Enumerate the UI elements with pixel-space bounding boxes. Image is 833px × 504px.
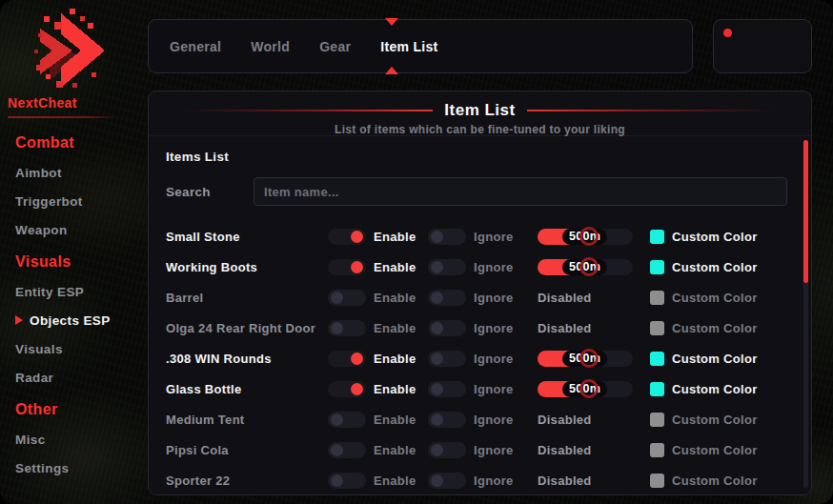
sidebar-header-combat: Combat (15, 134, 143, 151)
sidebar-item-objects-esp[interactable]: Objects ESP (15, 313, 143, 328)
ignore-toggle[interactable] (428, 381, 466, 397)
toggle-knob (431, 383, 443, 395)
item-name: Olga 24 Rear Right Door (166, 321, 328, 335)
toggle-knob (431, 292, 443, 304)
enable-label: Enable (374, 230, 416, 244)
table-row: Glass Bottle Enable Ignore 500m Custom C… (166, 373, 794, 404)
page-subtitle: List of items which can be fine-tuned to… (149, 123, 811, 136)
sidebar-item-misc[interactable]: Misc (15, 433, 143, 447)
enable-toggle[interactable] (328, 351, 366, 367)
enable-toggle[interactable] (328, 412, 366, 428)
ignore-label: Ignore (474, 260, 514, 274)
enable-toggle[interactable] (328, 442, 366, 458)
ignore-toggle[interactable] (428, 229, 466, 245)
custom-color-checkbox[interactable] (650, 413, 664, 427)
ignore-toggle[interactable] (428, 412, 466, 428)
app-window: NextCheat Combat Aimbot Triggerbot Weapo… (0, 0, 833, 504)
ignore-label: Ignore (474, 352, 514, 366)
enable-toggle[interactable] (328, 229, 366, 245)
custom-color-checkbox[interactable] (650, 352, 664, 366)
custom-color-label: Custom Color (672, 230, 758, 244)
sidebar-item-weapon[interactable]: Weapon (15, 223, 143, 237)
ignore-toggle[interactable] (428, 259, 466, 275)
custom-color-checkbox[interactable] (650, 382, 664, 396)
sidebar-item-triggerbot[interactable]: Triggerbot (15, 194, 143, 209)
enable-label: Enable (374, 291, 416, 305)
title-divider-left (183, 110, 433, 111)
tab-world[interactable]: World (251, 39, 290, 54)
custom-color-checkbox[interactable] (650, 321, 664, 335)
toggle-knob (331, 292, 343, 304)
item-name: Working Boots (166, 260, 328, 274)
custom-color-checkbox[interactable] (650, 230, 664, 244)
ignore-toggle[interactable] (428, 473, 466, 489)
custom-color-label: Custom Color (672, 352, 758, 366)
status-mini-panel[interactable] (713, 19, 812, 73)
slider-handle[interactable] (579, 379, 599, 398)
ignore-toggle[interactable] (428, 351, 466, 367)
custom-color-label: Custom Color (672, 321, 758, 335)
tab-gear[interactable]: Gear (319, 39, 351, 54)
item-name: Medium Tent (166, 413, 328, 427)
toggle-knob (431, 444, 443, 456)
distance-disabled-label: Disabled (538, 474, 592, 488)
ignore-label: Ignore (474, 291, 514, 305)
item-name: Barrel (166, 291, 328, 305)
distance-slider[interactable]: 500m (538, 259, 633, 275)
toggle-knob (431, 474, 443, 487)
enable-toggle[interactable] (328, 290, 366, 306)
toggle-knob (331, 322, 343, 334)
toggle-knob (331, 444, 343, 456)
custom-color-label: Custom Color (672, 260, 758, 274)
ignore-label: Ignore (474, 230, 514, 244)
sidebar-header-visuals: Visuals (15, 253, 143, 271)
slider-handle[interactable] (579, 349, 599, 368)
ignore-label: Ignore (474, 443, 514, 457)
item-name: Glass Bottle (166, 382, 328, 396)
sidebar-item-visuals[interactable]: Visuals (15, 342, 143, 356)
ignore-toggle[interactable] (428, 320, 466, 336)
search-input[interactable] (254, 177, 787, 206)
slider-handle[interactable] (579, 227, 599, 246)
slider-handle[interactable] (579, 257, 599, 276)
sidebar-item-radar[interactable]: Radar (15, 371, 143, 385)
tab-general[interactable]: General (170, 39, 221, 54)
ignore-label: Ignore (474, 474, 514, 488)
custom-color-checkbox[interactable] (650, 260, 664, 274)
table-row: Medium Tent Enable Ignore Disabled Custo… (166, 404, 794, 434)
item-table: Small Stone Enable Ignore 500m Custom Co… (166, 221, 794, 495)
enable-toggle[interactable] (328, 259, 366, 275)
sidebar-item-entity-esp[interactable]: Entity ESP (15, 285, 143, 299)
distance-slider[interactable]: 500m (538, 351, 633, 367)
toggle-knob (431, 322, 443, 334)
enable-toggle[interactable] (328, 381, 366, 397)
toggle-knob (431, 231, 443, 243)
scrollbar-track[interactable] (803, 140, 808, 488)
enable-toggle[interactable] (328, 320, 366, 336)
enable-label: Enable (374, 474, 416, 488)
tab-item-list[interactable]: Item List (380, 39, 437, 54)
custom-color-checkbox[interactable] (650, 443, 664, 457)
distance-disabled-label: Disabled (538, 321, 592, 335)
sidebar-item-aimbot[interactable]: Aimbot (15, 166, 143, 180)
enable-toggle[interactable] (328, 473, 366, 489)
distance-slider[interactable]: 500m (538, 381, 633, 397)
brand-logo-icon (25, 8, 143, 93)
table-row: .308 WIN Rounds Enable Ignore 500m Custo… (166, 343, 794, 373)
toggle-knob (351, 353, 363, 365)
table-row: Small Stone Enable Ignore 500m Custom Co… (166, 221, 794, 252)
ignore-toggle[interactable] (428, 442, 466, 458)
sidebar-item-settings[interactable]: Settings (15, 461, 143, 475)
distance-disabled-label: Disabled (538, 413, 592, 427)
custom-color-checkbox[interactable] (650, 474, 664, 488)
toggle-knob (431, 261, 443, 273)
ignore-toggle[interactable] (428, 290, 466, 306)
custom-color-checkbox[interactable] (650, 291, 664, 305)
sidebar-item-label: Objects ESP (30, 313, 111, 328)
distance-slider[interactable]: 500m (538, 229, 633, 245)
table-row: Pipsi Cola Enable Ignore Disabled Custom… (166, 434, 794, 465)
status-dot-icon (723, 29, 732, 37)
scrollbar-thumb[interactable] (803, 140, 808, 283)
ignore-label: Ignore (474, 321, 514, 335)
enable-label: Enable (374, 321, 416, 335)
